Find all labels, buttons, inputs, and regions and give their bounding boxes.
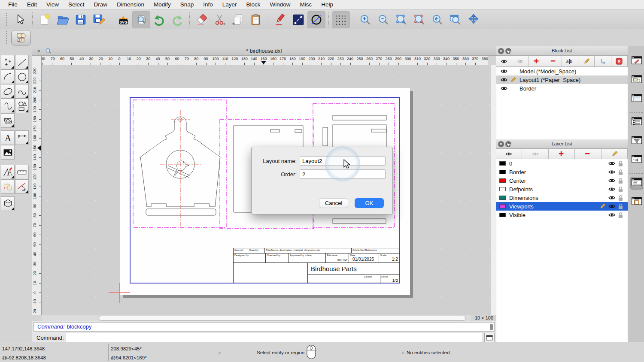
dock-clipboard-widget-button[interactable]	[630, 196, 643, 208]
menu-draw[interactable]: Draw	[89, 0, 112, 9]
svg-export-button[interactable]: SVG	[114, 11, 132, 28]
layer-color-swatch[interactable]	[499, 178, 506, 183]
eye-icon[interactable]	[608, 169, 616, 175]
dock-blocks-widget-button[interactable]	[630, 74, 643, 87]
menu-info[interactable]: Info	[198, 0, 218, 9]
blocklist-plus-button[interactable]	[529, 56, 545, 66]
copy-button[interactable]	[229, 11, 247, 28]
dock-plugins-widget-button[interactable]	[630, 154, 643, 166]
lock-icon[interactable]	[618, 195, 623, 201]
zoom-refresh-button[interactable]	[410, 11, 428, 28]
zoom-pan-button[interactable]	[465, 11, 483, 28]
layer-color-swatch[interactable]	[499, 170, 506, 174]
print-preview-button[interactable]	[132, 11, 150, 28]
layer-color-swatch[interactable]	[499, 204, 506, 208]
layer-list-item[interactable]: 0	[496, 159, 628, 168]
blocklist-delete-button[interactable]	[611, 56, 628, 66]
lock-icon[interactable]	[618, 212, 623, 218]
ok-button[interactable]: OK	[355, 198, 384, 208]
block-copy-button[interactable]	[11, 30, 31, 45]
eraser-button[interactable]	[193, 11, 211, 28]
dock-library-widget-button[interactable]	[630, 93, 643, 106]
menu-select[interactable]: Select	[64, 0, 89, 9]
dock-command-widget-button[interactable]	[630, 177, 643, 190]
zoom-auto-button[interactable]	[392, 11, 410, 28]
eye-icon[interactable]	[500, 69, 508, 74]
lock-icon[interactable]	[618, 160, 623, 167]
lock-icon[interactable]	[618, 186, 623, 193]
dimension-tool-button[interactable]	[15, 130, 29, 145]
layerlist-eye-gray-button[interactable]	[522, 149, 548, 159]
image-tool-button[interactable]	[1, 145, 15, 160]
layer-list-item[interactable]: Dimensions	[496, 193, 628, 202]
circle2-tool-button[interactable]	[15, 69, 29, 84]
layer-list-item[interactable]: Visible	[496, 211, 628, 219]
paste-button[interactable]	[247, 11, 265, 28]
lock-icon[interactable]	[618, 178, 623, 184]
snap-grid-button[interactable]	[332, 11, 350, 28]
menu-dimension[interactable]: Dimension	[112, 0, 149, 9]
hatch-tool-button[interactable]	[1, 113, 15, 128]
menu-misc[interactable]: Misc	[295, 0, 317, 9]
zoom-window-button[interactable]	[447, 11, 465, 28]
eye-icon[interactable]	[500, 77, 508, 82]
blocklist-pencil-button[interactable]	[578, 56, 595, 66]
cursor-button[interactable]	[11, 11, 29, 28]
menu-file[interactable]: File	[3, 0, 22, 9]
block-list-item[interactable]: Model (*Model_Space)	[496, 67, 628, 75]
save-as-button[interactable]	[90, 11, 108, 28]
blocklist-insert-button[interactable]	[595, 56, 611, 66]
command-input[interactable]	[66, 333, 483, 342]
menu-help[interactable]: Help	[316, 0, 338, 9]
blocklist-eye-gray-button[interactable]	[512, 56, 529, 66]
menu-layer[interactable]: Layer	[218, 0, 242, 9]
eye-icon[interactable]	[608, 187, 616, 192]
layerlist-minus-button[interactable]	[575, 149, 601, 159]
solid-tool-button[interactable]	[1, 196, 15, 211]
blocklist-eye-button[interactable]	[496, 56, 512, 66]
layerlist-plus-button[interactable]	[549, 149, 575, 159]
spline-tool-button[interactable]	[15, 84, 29, 99]
command-dock-button[interactable]	[484, 333, 495, 342]
open-file-button[interactable]	[54, 11, 72, 28]
menu-block[interactable]: Block	[242, 0, 265, 9]
line2-tool-button[interactable]	[15, 55, 29, 69]
layer-color-swatch[interactable]	[499, 161, 506, 166]
vertical-scrollbar[interactable]	[491, 65, 496, 315]
polyline-tool-button[interactable]	[1, 99, 15, 113]
blocklist-minus-button[interactable]	[545, 56, 562, 66]
menu-snap[interactable]: Snap	[176, 0, 199, 9]
dock-filter-widget-button[interactable]	[630, 135, 643, 148]
new-document-button[interactable]	[36, 11, 54, 28]
block-list-item[interactable]: Border	[496, 84, 628, 93]
zoom-out-button[interactable]	[374, 11, 392, 28]
text-tool-button[interactable]: A	[1, 130, 15, 145]
point-tool-button[interactable]	[1, 55, 15, 69]
menu-edit[interactable]: Edit	[22, 0, 42, 9]
cancel-button[interactable]: Cancel	[319, 198, 348, 208]
layer-list-item[interactable]: Center	[496, 176, 628, 185]
blocklist-rename-button[interactable]: a b	[562, 56, 578, 66]
eye-icon[interactable]	[608, 195, 616, 200]
layer-list-item[interactable]: Border	[496, 168, 628, 176]
zoom-previous-button[interactable]	[428, 11, 447, 28]
measure-tool-button[interactable]	[15, 165, 29, 179]
eye-icon[interactable]	[608, 178, 616, 183]
layer-color-swatch[interactable]	[499, 187, 506, 191]
eye-icon[interactable]	[500, 86, 508, 91]
lock-icon[interactable]	[618, 169, 623, 175]
lock-icon[interactable]	[618, 203, 623, 210]
eye-icon[interactable]	[608, 204, 616, 209]
undo-button[interactable]	[150, 11, 168, 28]
modify-tool-button[interactable]	[1, 165, 15, 179]
block-tool-button[interactable]	[1, 179, 15, 194]
menu-modify[interactable]: Modify	[149, 0, 176, 9]
eye-icon[interactable]	[608, 212, 616, 217]
eye-icon[interactable]	[608, 161, 616, 166]
menu-window[interactable]: Window	[265, 0, 295, 9]
pencil-icon[interactable]	[599, 203, 606, 210]
block-list-item[interactable]: Layout1 (*Paper_Space)	[496, 75, 628, 84]
layerlist-eye-button[interactable]	[496, 149, 522, 159]
select-tool-button[interactable]	[15, 179, 29, 194]
polygon-tool-button[interactable]	[15, 99, 29, 113]
